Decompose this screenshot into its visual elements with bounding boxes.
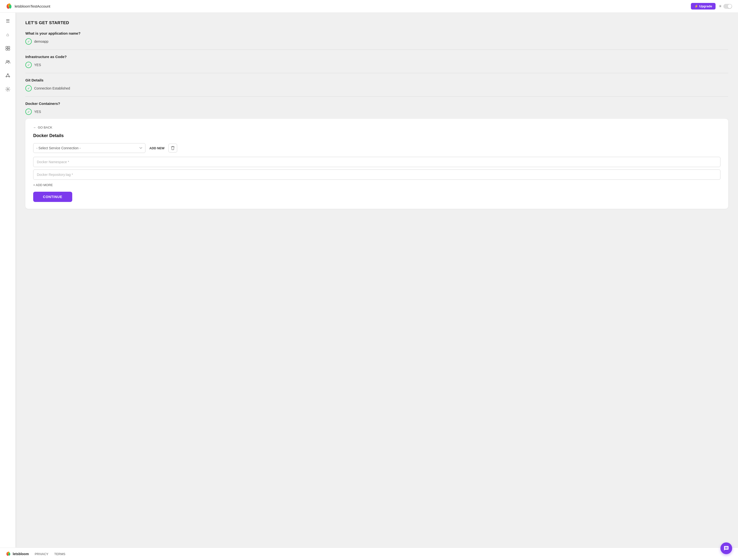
footer-brand-name: letsbloom <box>13 552 29 556</box>
docker-value: YES <box>34 110 41 114</box>
topnav-left: letsbloomTestAccount <box>6 3 50 10</box>
git-label: Git Details <box>25 78 728 82</box>
go-back-button[interactable]: ← GO BACK <box>33 126 720 129</box>
footer: letsbloom PRIVACY TERMS <box>0 548 738 560</box>
app-name-check-icon: ✓ <box>25 38 32 45</box>
svg-point-16 <box>8 553 10 556</box>
delete-button[interactable] <box>168 144 177 152</box>
add-new-button[interactable]: ADD NEW <box>149 146 164 150</box>
add-more-button[interactable]: + ADD MORE <box>33 183 53 187</box>
docker-label: Docker Containers? <box>25 101 728 106</box>
iac-value: YES <box>34 63 41 67</box>
sidebar: ☰ ⌂ <box>0 13 16 548</box>
svg-point-8 <box>8 61 9 62</box>
svg-point-9 <box>7 75 9 77</box>
svg-point-10 <box>7 74 8 75</box>
docker-repo-tag-input[interactable] <box>33 169 720 180</box>
git-value: Connection Established <box>34 86 70 90</box>
docker-details-card: ← GO BACK Docker Details - Select Servic… <box>25 119 728 209</box>
terms-link[interactable]: TERMS <box>54 552 65 556</box>
svg-point-12 <box>6 76 7 77</box>
service-connection-select[interactable]: - Select Service Connection - <box>33 143 145 153</box>
section-docker: Docker Containers? ✓ YES ← GO BACK Docke… <box>25 101 728 209</box>
docker-details-title: Docker Details <box>33 133 720 138</box>
docker-check-icon: ✓ <box>25 108 32 115</box>
iac-label: Infrastructure as Code? <box>25 55 728 59</box>
section-iac: Infrastructure as Code? ✓ YES <box>25 55 728 68</box>
app-name-value: demoapp <box>34 39 48 43</box>
privacy-link[interactable]: PRIVACY <box>35 552 48 556</box>
chat-bubble-button[interactable] <box>720 542 732 554</box>
topnav: letsbloomTestAccount ⚡ Upgrade ☀ <box>0 0 738 13</box>
theme-toggle[interactable]: ☀ <box>718 4 732 9</box>
iac-check-row: ✓ YES <box>25 62 728 68</box>
trash-icon <box>171 146 175 150</box>
sidebar-item-settings[interactable] <box>3 85 12 94</box>
sun-icon: ☀ <box>718 4 722 9</box>
svg-point-2 <box>9 5 11 9</box>
footer-logo-icon <box>6 551 11 557</box>
svg-point-13 <box>7 88 9 90</box>
sidebar-item-dashboard[interactable] <box>3 44 12 53</box>
section-git: Git Details ✓ Connection Established <box>25 78 728 91</box>
git-check-row: ✓ Connection Established <box>25 85 728 91</box>
footer-logo: letsbloom <box>6 551 29 557</box>
continue-button[interactable]: CONTINUE <box>33 192 72 202</box>
page-title: LET'S GET STARTED <box>25 20 728 25</box>
section-app-name: What is your application name? ✓ demoapp <box>25 31 728 45</box>
divider-1 <box>25 49 728 50</box>
sidebar-item-menu[interactable]: ☰ <box>3 17 12 25</box>
docker-namespace-input[interactable] <box>33 157 720 167</box>
iac-check-icon: ✓ <box>25 62 32 68</box>
go-back-arrow-icon: ← <box>33 126 36 129</box>
brand-name: letsbloomTestAccount <box>15 4 50 8</box>
service-connection-row: - Select Service Connection - ADD NEW <box>33 143 720 153</box>
svg-point-7 <box>6 60 8 62</box>
git-check-icon: ✓ <box>25 85 32 91</box>
topnav-right: ⚡ Upgrade ☀ <box>691 3 732 10</box>
upgrade-button[interactable]: ⚡ Upgrade <box>691 3 716 10</box>
sidebar-item-home[interactable]: ⌂ <box>3 30 12 39</box>
upgrade-icon: ⚡ <box>694 4 698 8</box>
theme-toggle-pill[interactable] <box>723 4 732 9</box>
chat-icon <box>724 546 729 551</box>
svg-rect-5 <box>6 49 8 50</box>
app-name-label: What is your application name? <box>25 31 728 35</box>
app-name-check-row: ✓ demoapp <box>25 38 728 45</box>
svg-rect-3 <box>6 46 8 48</box>
main-layout: ☰ ⌂ <box>0 13 738 548</box>
go-back-label: GO BACK <box>38 126 52 129</box>
svg-point-11 <box>9 76 10 77</box>
brand-logo-icon <box>6 3 13 10</box>
sidebar-item-users[interactable] <box>3 58 12 66</box>
svg-rect-6 <box>8 49 10 50</box>
svg-rect-4 <box>8 46 10 48</box>
main-content: LET'S GET STARTED What is your applicati… <box>16 13 738 548</box>
upgrade-label: Upgrade <box>699 4 712 8</box>
sidebar-item-integrations[interactable] <box>3 71 12 80</box>
divider-3 <box>25 96 728 97</box>
docker-check-row: ✓ YES <box>25 108 728 115</box>
